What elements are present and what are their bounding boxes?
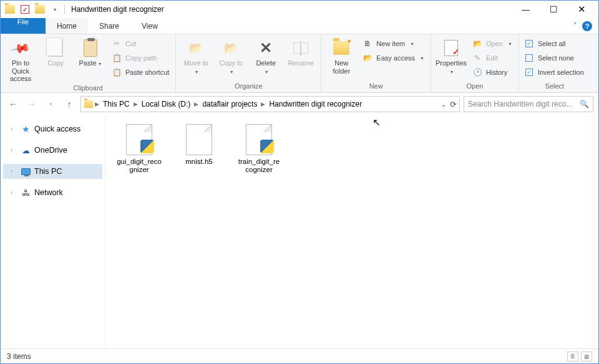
new-folder-button[interactable]: New folder (325, 37, 358, 75)
files-pane[interactable]: gui_digit_recognizer mnist.h5 train_digi… (105, 115, 598, 348)
onedrive-icon: ☁ (21, 145, 31, 155)
crumb-sep-icon[interactable]: ▶ (261, 101, 265, 107)
cut-button[interactable]: ✂Cut (109, 37, 172, 50)
minimize-button[interactable]: — (512, 1, 540, 18)
navigation-bar: ← → ▾ ↑ ▶ This PC ▶ Local Disk (D:) ▶ da… (1, 93, 598, 115)
refresh-button[interactable]: ⟳ (450, 100, 457, 109)
clipboard-group-label: Clipboard (4, 83, 172, 94)
invert-selection-button[interactable]: ✓Invert selection (523, 65, 587, 79)
organize-group-label: Organize (180, 81, 317, 92)
pin-to-quick-access-button[interactable]: 📌 Pin to Quick access (4, 37, 37, 83)
python-file-icon (126, 124, 152, 155)
select-none-button[interactable]: Select none (523, 51, 587, 65)
ribbon-group-open: Properties▼ 📂Open▼ ✎Edit 🕑History Open (431, 34, 519, 92)
qat-separator (64, 4, 65, 14)
crumb-sep-icon[interactable]: ▶ (194, 101, 198, 107)
help-button[interactable]: ? (582, 21, 592, 31)
copy-to-button[interactable]: Copy to ▼ (215, 37, 247, 75)
tree-this-pc[interactable]: › This PC (3, 164, 102, 179)
select-none-icon (525, 54, 533, 62)
history-icon: 🕑 (472, 67, 482, 77)
qat-new-folder-icon[interactable] (33, 2, 47, 16)
address-bar[interactable]: ▶ This PC ▶ Local Disk (D:) ▶ dataflair … (80, 96, 460, 112)
file-item[interactable]: mnist.h5 (177, 124, 222, 166)
copy-path-button[interactable]: 📋Copy path (109, 51, 172, 65)
expand-icon[interactable]: › (11, 126, 17, 132)
qat-properties-icon[interactable]: ✓ (18, 2, 32, 16)
content-body: › ★ Quick access › ☁ OneDrive › This PC … (1, 115, 598, 348)
search-icon: 🔍 (580, 100, 589, 108)
open-button[interactable]: 📂Open▼ (470, 37, 515, 50)
select-group-label: Select (523, 81, 587, 92)
forward-button[interactable]: → (24, 97, 39, 112)
copy-button[interactable]: Copy (39, 37, 72, 67)
move-to-button[interactable]: Move to ▼ (180, 37, 212, 75)
file-item[interactable]: train_digit_recognizer (236, 124, 281, 174)
ribbon-group-clipboard: 📌 Pin to Quick access Copy Paste▼ ✂Cut 📋… (1, 34, 176, 92)
move-to-icon (188, 40, 204, 56)
paste-icon (84, 39, 97, 57)
properties-icon (444, 40, 458, 56)
edit-button[interactable]: ✎Edit (470, 51, 515, 65)
easy-access-button[interactable]: 📂Easy access▼ (360, 51, 427, 65)
tree-network[interactable]: › 🖧 Network (3, 185, 102, 200)
address-dropdown-icon[interactable]: ⌄ (441, 101, 446, 108)
address-folder-icon (84, 100, 93, 108)
navigation-tree: › ★ Quick access › ☁ OneDrive › This PC … (1, 115, 105, 348)
tab-view[interactable]: View (130, 18, 169, 34)
tab-file[interactable]: File (1, 18, 46, 34)
select-all-icon: ✓ (525, 40, 533, 47)
expand-icon[interactable]: › (11, 168, 17, 175)
pin-icon: 📌 (10, 37, 31, 59)
crumb-folder1[interactable]: dataflair projects (200, 100, 260, 108)
tree-quick-access[interactable]: › ★ Quick access (3, 122, 102, 136)
maximize-button[interactable]: ☐ (540, 1, 568, 18)
paste-shortcut-icon: 📋 (112, 67, 122, 77)
paste-button[interactable]: Paste▼ (74, 37, 107, 67)
new-item-button[interactable]: 🗎New item▼ (360, 37, 427, 50)
crumb-this-pc[interactable]: This PC (100, 100, 132, 108)
icons-view-button[interactable]: ▦ (581, 352, 592, 362)
tab-share[interactable]: Share (88, 18, 130, 34)
search-placeholder: Search Handwritten digit reco... (468, 100, 572, 108)
crumb-folder2[interactable]: Handwritten digit recognizer (266, 100, 364, 108)
crumb-drive[interactable]: Local Disk (D:) (139, 100, 193, 108)
this-pc-icon (21, 166, 31, 176)
new-group-label: New (325, 81, 427, 92)
crumb-sep-icon[interactable]: ▶ (95, 101, 99, 107)
ribbon-group-organize: Move to ▼ Copy to ▼ ✕ Delete▼ Rename Org… (176, 34, 321, 92)
paste-shortcut-button[interactable]: 📋Paste shortcut (109, 65, 172, 79)
search-input[interactable]: Search Handwritten digit reco... 🔍 (464, 96, 593, 112)
properties-button[interactable]: Properties▼ (435, 37, 467, 75)
select-all-button[interactable]: ✓Select all (523, 37, 587, 50)
file-item[interactable]: gui_digit_recognizer (117, 124, 162, 174)
details-view-button[interactable]: ≣ (567, 352, 578, 362)
quick-access-icon: ★ (21, 124, 31, 134)
back-button[interactable]: ← (6, 97, 21, 112)
delete-icon: ✕ (260, 39, 272, 57)
qat-folder-icon[interactable] (3, 2, 17, 16)
delete-button[interactable]: ✕ Delete▼ (250, 37, 282, 75)
qat-customize-dropdown[interactable]: ▾ (48, 2, 62, 16)
copy-path-icon: 📋 (112, 53, 122, 63)
easy-access-icon: 📂 (363, 53, 373, 63)
history-button[interactable]: 🕑History (470, 65, 515, 79)
window-title: Handwritten digit recognizer (71, 5, 164, 14)
expand-icon[interactable]: › (11, 147, 17, 153)
expand-icon[interactable]: › (11, 189, 17, 196)
ribbon-collapse-button[interactable]: ˄ (573, 22, 577, 30)
up-button[interactable]: ↑ (62, 97, 77, 112)
recent-locations-dropdown[interactable]: ▾ (43, 97, 58, 112)
python-file-icon (246, 124, 272, 155)
open-icon: 📂 (472, 39, 482, 49)
cut-icon: ✂ (112, 39, 122, 49)
copy-icon (48, 39, 63, 57)
open-group-label: Open (435, 81, 515, 92)
ribbon-tabs: File Home Share View ˄ ? (1, 18, 598, 34)
crumb-sep-icon[interactable]: ▶ (134, 101, 138, 107)
tree-onedrive[interactable]: › ☁ OneDrive (3, 143, 102, 158)
file-icon (186, 124, 212, 155)
close-button[interactable]: ✕ (568, 1, 596, 18)
rename-button[interactable]: Rename (285, 37, 317, 67)
tab-home[interactable]: Home (46, 18, 88, 34)
